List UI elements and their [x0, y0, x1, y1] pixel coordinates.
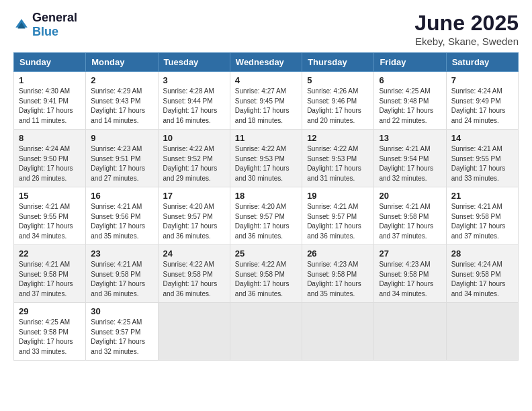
calendar-cell	[446, 303, 518, 361]
day-number: 9	[91, 133, 152, 143]
day-info: Sunrise: 4:21 AM Sunset: 9:54 PM Dayligh…	[379, 144, 441, 183]
day-info: Sunrise: 4:21 AM Sunset: 9:58 PM Dayligh…	[19, 260, 81, 299]
day-number: 6	[379, 75, 441, 85]
calendar-cell: 18Sunrise: 4:20 AM Sunset: 9:57 PM Dayli…	[230, 187, 302, 245]
day-number: 11	[235, 133, 297, 143]
calendar-cell: 13Sunrise: 4:21 AM Sunset: 9:54 PM Dayli…	[374, 130, 446, 187]
day-info: Sunrise: 4:21 AM Sunset: 9:58 PM Dayligh…	[451, 202, 513, 241]
week-row-3: 15Sunrise: 4:21 AM Sunset: 9:55 PM Dayli…	[14, 187, 519, 245]
day-number: 26	[307, 248, 369, 259]
calendar-cell: 1Sunrise: 4:30 AM Sunset: 9:41 PM Daylig…	[14, 72, 86, 130]
logo-general-text: General	[32, 11, 77, 24]
day-info: Sunrise: 4:26 AM Sunset: 9:46 PM Dayligh…	[307, 87, 369, 126]
day-number: 27	[379, 248, 441, 259]
week-row-4: 22Sunrise: 4:21 AM Sunset: 9:58 PM Dayli…	[14, 245, 519, 303]
calendar-cell: 30Sunrise: 4:25 AM Sunset: 9:57 PM Dayli…	[86, 303, 158, 361]
week-row-1: 1Sunrise: 4:30 AM Sunset: 9:41 PM Daylig…	[14, 72, 519, 130]
weekday-header-wednesday: Wednesday	[230, 53, 302, 72]
day-number: 21	[451, 191, 513, 201]
calendar-cell: 23Sunrise: 4:21 AM Sunset: 9:58 PM Dayli…	[86, 245, 158, 303]
calendar-cell: 8Sunrise: 4:24 AM Sunset: 9:50 PM Daylig…	[14, 130, 86, 187]
day-info: Sunrise: 4:21 AM Sunset: 9:56 PM Dayligh…	[91, 202, 152, 241]
weekday-header-saturday: Saturday	[446, 53, 518, 72]
calendar-cell: 16Sunrise: 4:21 AM Sunset: 9:56 PM Dayli…	[86, 187, 158, 245]
day-number: 22	[19, 248, 81, 259]
calendar-cell: 21Sunrise: 4:21 AM Sunset: 9:58 PM Dayli…	[446, 187, 518, 245]
day-info: Sunrise: 4:23 AM Sunset: 9:58 PM Dayligh…	[307, 260, 369, 299]
day-info: Sunrise: 4:27 AM Sunset: 9:45 PM Dayligh…	[235, 87, 297, 126]
day-info: Sunrise: 4:23 AM Sunset: 9:58 PM Dayligh…	[379, 260, 441, 299]
calendar-cell: 7Sunrise: 4:24 AM Sunset: 9:49 PM Daylig…	[446, 72, 518, 130]
calendar-cell: 28Sunrise: 4:24 AM Sunset: 9:58 PM Dayli…	[446, 245, 518, 303]
title-block: June 2025 Ekeby, Skane, Sweden	[414, 11, 519, 47]
day-number: 12	[307, 133, 369, 143]
day-number: 5	[307, 75, 369, 85]
day-info: Sunrise: 4:30 AM Sunset: 9:41 PM Dayligh…	[19, 87, 81, 126]
calendar-title: June 2025	[414, 11, 519, 36]
day-info: Sunrise: 4:22 AM Sunset: 9:53 PM Dayligh…	[307, 144, 369, 183]
calendar-cell: 29Sunrise: 4:25 AM Sunset: 9:58 PM Dayli…	[14, 303, 86, 361]
calendar-cell: 15Sunrise: 4:21 AM Sunset: 9:55 PM Dayli…	[14, 187, 86, 245]
logo-icon	[13, 17, 30, 33]
calendar-cell: 6Sunrise: 4:25 AM Sunset: 9:48 PM Daylig…	[374, 72, 446, 130]
day-number: 28	[451, 248, 513, 259]
day-info: Sunrise: 4:29 AM Sunset: 9:43 PM Dayligh…	[91, 87, 152, 126]
calendar-cell: 26Sunrise: 4:23 AM Sunset: 9:58 PM Dayli…	[302, 245, 374, 303]
header: General Blue June 2025 Ekeby, Skane, Swe…	[13, 11, 519, 47]
day-number: 23	[91, 248, 152, 259]
calendar-cell	[158, 303, 230, 361]
day-number: 10	[163, 133, 225, 143]
calendar-cell	[230, 303, 302, 361]
day-number: 14	[451, 133, 513, 143]
day-info: Sunrise: 4:21 AM Sunset: 9:55 PM Dayligh…	[451, 144, 513, 183]
calendar-cell: 3Sunrise: 4:28 AM Sunset: 9:44 PM Daylig…	[158, 72, 230, 130]
calendar-cell: 22Sunrise: 4:21 AM Sunset: 9:58 PM Dayli…	[14, 245, 86, 303]
weekday-header-row: SundayMondayTuesdayWednesdayThursdayFrid…	[14, 53, 519, 72]
calendar-cell: 10Sunrise: 4:22 AM Sunset: 9:52 PM Dayli…	[158, 130, 230, 187]
logo: General Blue	[13, 11, 77, 39]
calendar-cell: 17Sunrise: 4:20 AM Sunset: 9:57 PM Dayli…	[158, 187, 230, 245]
day-number: 1	[19, 75, 81, 85]
day-info: Sunrise: 4:22 AM Sunset: 9:52 PM Dayligh…	[163, 144, 225, 183]
weekday-header-monday: Monday	[86, 53, 158, 72]
day-number: 29	[19, 306, 81, 316]
day-number: 16	[91, 191, 152, 201]
day-info: Sunrise: 4:28 AM Sunset: 9:44 PM Dayligh…	[163, 87, 225, 126]
calendar-cell: 19Sunrise: 4:21 AM Sunset: 9:57 PM Dayli…	[302, 187, 374, 245]
day-info: Sunrise: 4:21 AM Sunset: 9:58 PM Dayligh…	[91, 260, 152, 299]
calendar-subtitle: Ekeby, Skane, Sweden	[414, 36, 519, 47]
day-number: 25	[235, 248, 297, 259]
day-number: 19	[307, 191, 369, 201]
day-info: Sunrise: 4:25 AM Sunset: 9:58 PM Dayligh…	[19, 318, 81, 357]
calendar-cell: 2Sunrise: 4:29 AM Sunset: 9:43 PM Daylig…	[86, 72, 158, 130]
calendar-cell: 20Sunrise: 4:21 AM Sunset: 9:58 PM Dayli…	[374, 187, 446, 245]
day-info: Sunrise: 4:21 AM Sunset: 9:55 PM Dayligh…	[19, 202, 81, 241]
day-number: 3	[163, 75, 225, 85]
day-number: 15	[19, 191, 81, 201]
day-info: Sunrise: 4:20 AM Sunset: 9:57 PM Dayligh…	[163, 202, 225, 241]
day-info: Sunrise: 4:25 AM Sunset: 9:48 PM Dayligh…	[379, 87, 441, 126]
calendar-cell: 9Sunrise: 4:23 AM Sunset: 9:51 PM Daylig…	[86, 130, 158, 187]
week-row-2: 8Sunrise: 4:24 AM Sunset: 9:50 PM Daylig…	[14, 130, 519, 187]
day-number: 8	[19, 133, 81, 143]
calendar-cell: 24Sunrise: 4:22 AM Sunset: 9:58 PM Dayli…	[158, 245, 230, 303]
day-number: 2	[91, 75, 152, 85]
day-info: Sunrise: 4:21 AM Sunset: 9:57 PM Dayligh…	[307, 202, 369, 241]
day-number: 17	[163, 191, 225, 201]
calendar-cell: 12Sunrise: 4:22 AM Sunset: 9:53 PM Dayli…	[302, 130, 374, 187]
weekday-header-thursday: Thursday	[302, 53, 374, 72]
calendar-cell: 4Sunrise: 4:27 AM Sunset: 9:45 PM Daylig…	[230, 72, 302, 130]
calendar-cell	[374, 303, 446, 361]
calendar-table: SundayMondayTuesdayWednesdayThursdayFrid…	[13, 52, 519, 361]
calendar-cell: 5Sunrise: 4:26 AM Sunset: 9:46 PM Daylig…	[302, 72, 374, 130]
day-number: 7	[451, 75, 513, 85]
week-row-5: 29Sunrise: 4:25 AM Sunset: 9:58 PM Dayli…	[14, 303, 519, 361]
calendar-cell: 14Sunrise: 4:21 AM Sunset: 9:55 PM Dayli…	[446, 130, 518, 187]
day-info: Sunrise: 4:24 AM Sunset: 9:50 PM Dayligh…	[19, 144, 81, 183]
calendar-cell: 11Sunrise: 4:22 AM Sunset: 9:53 PM Dayli…	[230, 130, 302, 187]
weekday-header-sunday: Sunday	[14, 53, 86, 72]
day-info: Sunrise: 4:22 AM Sunset: 9:58 PM Dayligh…	[235, 260, 297, 299]
calendar-cell: 27Sunrise: 4:23 AM Sunset: 9:58 PM Dayli…	[374, 245, 446, 303]
calendar-cell: 25Sunrise: 4:22 AM Sunset: 9:58 PM Dayli…	[230, 245, 302, 303]
day-number: 18	[235, 191, 297, 201]
